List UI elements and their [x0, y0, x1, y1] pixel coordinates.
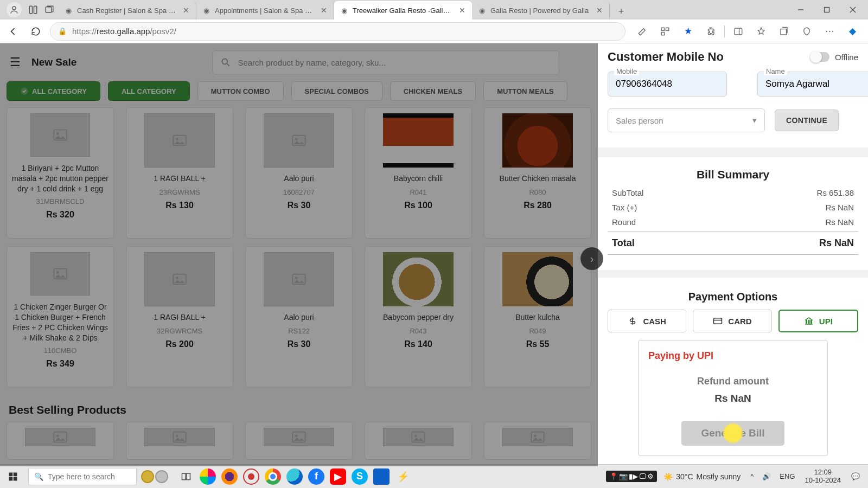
svg-rect-42 [808, 320, 809, 324]
notification-icon[interactable]: 💬 [847, 468, 864, 485]
start-button[interactable] [0, 465, 26, 489]
collections-icon[interactable] [775, 22, 793, 41]
taskbar-search[interactable]: 🔍 Type here to search [28, 468, 137, 485]
svg-rect-49 [182, 473, 186, 480]
tray-clock[interactable]: 12:09 10-10-2024 [801, 468, 846, 485]
youtube-icon[interactable]: ▶ [330, 468, 346, 485]
weather-temp: 30°C [676, 472, 693, 481]
chevron-down-icon: ▾ [752, 115, 757, 125]
maximize-button[interactable] [814, 0, 840, 20]
browser-tabs: ◉ Cash Register | Salon & Spa Mana ✕ ◉ A… [59, 0, 629, 20]
back-button[interactable] [4, 23, 22, 40]
task-view-icon[interactable] [178, 468, 194, 485]
app-icon-generic[interactable]: ⚡ [395, 468, 411, 485]
tab-close-icon[interactable]: ✕ [595, 6, 604, 15]
tray-lang[interactable]: ENG [776, 472, 798, 480]
paying-by-label: Paying by UPI [648, 350, 818, 362]
refund-amount-value: Rs NaN [648, 393, 818, 404]
browser-tab[interactable]: ◉ Galla Resto | Powered by Galla ✕ [472, 1, 610, 20]
clock-date: 10-10-2024 [805, 477, 841, 485]
bank-icon [804, 316, 814, 326]
pos-main: ☰ New Sale Search product by name, categ… [0, 43, 598, 466]
skype-icon[interactable]: S [352, 468, 368, 485]
svg-rect-41 [806, 320, 807, 324]
tab-close-icon[interactable]: ✕ [458, 6, 467, 15]
copilot-app-icon[interactable] [200, 468, 216, 485]
apps-icon[interactable] [656, 22, 674, 41]
system-tray: 📍 📷 ▮▶ 🖵 ⚙ ☀️ 30°C Mostly sunny ^ 🔊 ENG … [602, 468, 868, 485]
offline-toggle[interactable] [810, 52, 829, 62]
chrome-icon[interactable] [265, 468, 281, 485]
pay-card-button[interactable]: CARD [693, 310, 771, 332]
svg-rect-5 [825, 8, 829, 12]
svg-rect-3 [46, 7, 52, 13]
weather-icon: ☀️ [663, 472, 673, 481]
screen-icon: 🖵 [639, 472, 646, 480]
sidebar-icon[interactable] [729, 22, 748, 41]
ms-store-icon[interactable] [373, 468, 390, 485]
edit-icon[interactable] [633, 22, 652, 41]
favorite-star-icon[interactable]: ★ [679, 22, 697, 41]
svg-rect-11 [735, 28, 742, 35]
refresh-button[interactable] [27, 23, 44, 40]
svg-rect-39 [714, 318, 722, 324]
favicon-icon: ◉ [340, 6, 348, 15]
pay-upi-button[interactable]: UPI [778, 310, 858, 332]
close-button[interactable] [840, 0, 866, 20]
search-icon: 🔍 [34, 472, 43, 481]
new-tab-button[interactable]: + [613, 3, 629, 20]
payment-options-title: Payment Options [608, 283, 858, 310]
favicon-icon: ◉ [64, 6, 73, 15]
extensions-icon[interactable] [701, 22, 720, 41]
favorites-icon[interactable] [752, 22, 770, 41]
edge-icon[interactable] [286, 468, 303, 485]
taskbar-search-placeholder: Type here to search [48, 472, 115, 481]
modal-overlay [0, 43, 598, 466]
mobile-label: Mobile [614, 67, 639, 75]
svg-rect-8 [661, 28, 664, 30]
svg-rect-47 [9, 477, 13, 480]
windows-taskbar: 🔍 Type here to search f ▶ S ⚡ 📍 📷 ▮▶ 🖵 ⚙… [0, 464, 868, 488]
tab-close-icon[interactable]: ✕ [320, 6, 328, 15]
tab-close-icon[interactable]: ✕ [182, 6, 190, 15]
workspaces-icon[interactable] [28, 5, 38, 15]
profile-icon[interactable] [7, 2, 22, 17]
gear-icon: ⚙ [647, 472, 654, 480]
name-label: Name [764, 67, 787, 75]
firefox-icon[interactable] [221, 468, 238, 485]
svg-rect-48 [14, 477, 17, 480]
address-bar[interactable]: 🔒 https://resto.galla.app/posv2/ [50, 22, 626, 41]
taskbar-news-icon[interactable] [141, 470, 168, 483]
svg-rect-46 [14, 472, 17, 476]
menu-icon[interactable]: ⋯ [820, 22, 839, 41]
record-icon[interactable] [243, 468, 259, 485]
pay-cash-button[interactable]: CASH [608, 310, 686, 332]
name-field: Name [757, 72, 868, 97]
url-path: /posv2/ [150, 27, 176, 36]
salesperson-select[interactable]: Sales person ▾ [608, 108, 765, 132]
browser-tab-active[interactable]: ◉ Treewalker Galla Resto -Galla App ✕ [334, 1, 472, 20]
tray-chevron-icon[interactable]: ^ [747, 472, 757, 480]
copilot-icon[interactable]: ◆ [843, 22, 861, 41]
tab-title: Appointments | Salon & Spa Man [215, 7, 315, 15]
tab-title: Treewalker Galla Resto -Galla App [353, 7, 454, 15]
browser-essentials-icon[interactable] [797, 22, 816, 41]
sound-icon[interactable]: 🔊 [759, 472, 774, 480]
svg-rect-50 [187, 473, 190, 480]
tab-title: Galla Resto | Powered by Galla [490, 7, 591, 15]
window-controls [788, 0, 866, 20]
taskbar-weather[interactable]: ☀️ 30°C Mostly sunny [659, 472, 745, 481]
bill-summary-title: Bill Summary [608, 163, 858, 185]
minimize-button[interactable] [788, 0, 814, 20]
tab-overview-icon[interactable] [44, 5, 54, 15]
bill-total-row: Total Rs NaN [608, 232, 858, 255]
browser-tab[interactable]: ◉ Cash Register | Salon & Spa Mana ✕ [59, 1, 196, 20]
card-icon [713, 316, 723, 326]
facebook-icon[interactable]: f [308, 468, 324, 485]
svg-point-0 [12, 7, 16, 10]
browser-tab[interactable]: ◉ Appointments | Salon & Spa Man ✕ [196, 1, 334, 20]
tray-group[interactable]: 📍 📷 ▮▶ 🖵 ⚙ [606, 471, 657, 482]
refund-amount-label: Refund amount [648, 376, 818, 387]
generate-bill-button[interactable]: Generate Bill [681, 421, 784, 446]
continue-button[interactable]: CONTINUE [775, 110, 839, 131]
